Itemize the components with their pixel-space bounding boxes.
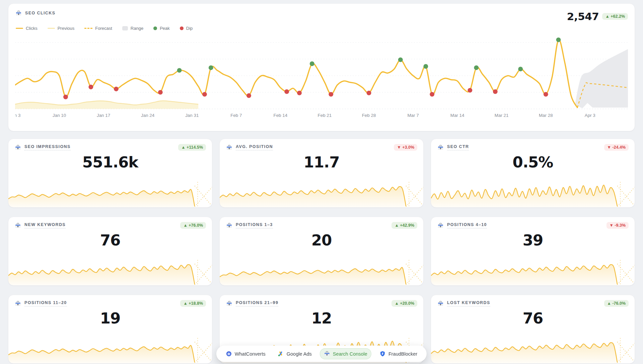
legend-item-clicks[interactable]: Clicks bbox=[16, 26, 38, 31]
whatconverts-icon bbox=[226, 351, 232, 357]
metric-value: 551.6k bbox=[8, 153, 212, 171]
card-title-group: LOST KEYWORDS bbox=[437, 300, 490, 307]
card-title: POSITIONS 21–99 bbox=[236, 300, 278, 306]
search-console-icon bbox=[437, 300, 444, 307]
metric-value: 19 bbox=[8, 309, 212, 327]
search-console-icon bbox=[226, 144, 232, 151]
card-title: SEO CLICKS bbox=[25, 11, 55, 15]
source-search-console[interactable]: Search Console bbox=[320, 348, 371, 359]
source-label: Search Console bbox=[333, 351, 367, 357]
metric-card-header: LOST KEYWORDS ▲ -76.0% bbox=[431, 295, 635, 307]
metric-cards-grid: SEO IMPRESSIONS ▲ +114.5% 551.6k AVG. PO… bbox=[8, 139, 635, 364]
legend-item-forecast[interactable]: Forecast bbox=[84, 26, 112, 31]
change-badge: ▲ +76.0% bbox=[180, 222, 206, 229]
change-badge: ▲ -76.0% bbox=[604, 300, 629, 307]
legend-label: Previous bbox=[58, 26, 75, 31]
metric-card: POSITIONS 11–20 ▲ +18.8% 19 bbox=[8, 295, 212, 364]
svg-text:Mar 28: Mar 28 bbox=[539, 113, 553, 118]
sparkline-chart bbox=[220, 180, 423, 208]
legend-swatch-box bbox=[122, 26, 128, 30]
card-title-group: SEO CLICKS bbox=[15, 10, 55, 16]
google-ads-icon bbox=[278, 351, 284, 357]
metric-value: 39 bbox=[431, 231, 635, 249]
card-title-group: POSITIONS 1–3 bbox=[226, 222, 273, 229]
search-console-icon bbox=[14, 300, 21, 307]
clicks-line-chart: Jan 3Jan 10Jan 17Jan 24Jan 31Feb 7Feb 14… bbox=[15, 32, 628, 121]
svg-text:Mar 7: Mar 7 bbox=[407, 113, 419, 118]
change-badge: ▼ -9.3% bbox=[606, 222, 629, 229]
metric-value: 20 bbox=[220, 231, 423, 249]
search-console-icon bbox=[437, 144, 444, 151]
legend-label: Dip bbox=[186, 26, 193, 31]
metric-card: POSITIONS 1–3 ▲ +42.9% 20 bbox=[219, 217, 424, 286]
fraudblocker-icon bbox=[379, 351, 386, 357]
svg-text:Mar 14: Mar 14 bbox=[450, 113, 465, 118]
metric-card: SEO IMPRESSIONS ▲ +114.5% 551.6k bbox=[8, 139, 212, 208]
seo-clicks-header: SEO CLICKS 2,547 ▲ +62.2% bbox=[15, 10, 628, 22]
change-badge: ▼ -24.4% bbox=[604, 144, 629, 151]
change-badge: ▲ +62.2% bbox=[602, 13, 628, 20]
legend-label: Peak bbox=[160, 26, 170, 31]
metric-card: NEW KEYWORDS ▲ +76.0% 76 bbox=[8, 217, 212, 286]
search-console-icon bbox=[14, 222, 21, 229]
sparkline-chart bbox=[431, 337, 635, 364]
legend-label: Forecast bbox=[95, 26, 112, 31]
card-title: NEW KEYWORDS bbox=[24, 222, 66, 228]
legend-label: Range bbox=[131, 26, 143, 31]
svg-text:Jan 31: Jan 31 bbox=[185, 113, 199, 118]
card-title-group: POSITIONS 4–10 bbox=[437, 222, 487, 229]
search-console-icon bbox=[226, 222, 232, 229]
sparkline-chart bbox=[8, 259, 212, 286]
sparkline-chart bbox=[220, 259, 423, 286]
metric-value: 76 bbox=[8, 231, 212, 249]
change-badge: ▲ +18.8% bbox=[180, 300, 206, 307]
metric-summary: 2,547 ▲ +62.2% bbox=[567, 10, 628, 22]
card-title: SEO IMPRESSIONS bbox=[24, 144, 71, 150]
metric-card: LOST KEYWORDS ▲ -76.0% 76 bbox=[431, 295, 635, 364]
svg-text:Jan 3: Jan 3 bbox=[15, 113, 20, 118]
change-badge: ▲ +42.9% bbox=[391, 222, 417, 229]
metric-value: 2,547 bbox=[567, 10, 599, 22]
legend-swatch-dash bbox=[84, 28, 92, 29]
legend-item-range[interactable]: Range bbox=[122, 26, 143, 31]
source-whatconverts[interactable]: WhatConverts bbox=[222, 348, 270, 359]
legend-item-previous[interactable]: Previous bbox=[48, 26, 75, 31]
seo-clicks-card: SEO CLICKS 2,547 ▲ +62.2% Clicks Previou… bbox=[8, 3, 635, 131]
card-title: LOST KEYWORDS bbox=[447, 300, 490, 306]
change-badge: ▲ +20.0% bbox=[391, 300, 417, 307]
sparkline-chart bbox=[8, 180, 212, 208]
seo-dashboard: SEO CLICKS 2,547 ▲ +62.2% Clicks Previou… bbox=[0, 0, 643, 364]
metric-card-header: SEO IMPRESSIONS ▲ +114.5% bbox=[8, 139, 212, 151]
legend-item-dip[interactable]: Dip bbox=[180, 26, 193, 31]
sparkline-chart bbox=[431, 259, 635, 286]
source-label: WhatConverts bbox=[235, 351, 266, 357]
metric-value: 12 bbox=[220, 309, 423, 327]
metric-card-header: POSITIONS 11–20 ▲ +18.8% bbox=[8, 295, 212, 307]
chart-legend: Clicks Previous Forecast Range Peak Dip bbox=[15, 26, 628, 31]
svg-text:Jan 10: Jan 10 bbox=[53, 113, 66, 118]
svg-text:Feb 14: Feb 14 bbox=[274, 113, 288, 118]
legend-swatch-line bbox=[16, 28, 23, 29]
search-console-icon bbox=[14, 144, 21, 151]
metric-card-header: POSITIONS 4–10 ▼ -9.3% bbox=[431, 217, 635, 229]
metric-card-header: SEO CTR ▼ -24.4% bbox=[431, 139, 635, 151]
card-title-group: POSITIONS 11–20 bbox=[14, 300, 67, 307]
search-console-icon bbox=[324, 351, 330, 357]
legend-swatch-dot-red bbox=[180, 26, 184, 30]
source-google-ads[interactable]: Google Ads bbox=[274, 348, 316, 359]
svg-text:Jan 17: Jan 17 bbox=[97, 113, 110, 118]
metric-card: POSITIONS 4–10 ▼ -9.3% 39 bbox=[431, 217, 635, 286]
card-title: AVG. POSITION bbox=[236, 144, 273, 150]
source-fraudblocker[interactable]: FraudBlocker bbox=[375, 348, 421, 359]
search-console-icon bbox=[437, 222, 444, 229]
card-title-group: POSITIONS 21–99 bbox=[226, 300, 278, 307]
svg-text:Feb 21: Feb 21 bbox=[318, 113, 332, 118]
svg-text:Apr 3: Apr 3 bbox=[585, 113, 595, 118]
metric-value: 0.5% bbox=[431, 153, 635, 171]
legend-item-peak[interactable]: Peak bbox=[153, 26, 170, 31]
svg-text:Mar 21: Mar 21 bbox=[495, 113, 509, 118]
metric-card: SEO CTR ▼ -24.4% 0.5% bbox=[431, 139, 635, 208]
metric-value: 11.7 bbox=[220, 153, 423, 171]
card-title-group: SEO IMPRESSIONS bbox=[14, 144, 71, 151]
svg-text:Jan 24: Jan 24 bbox=[141, 113, 155, 118]
